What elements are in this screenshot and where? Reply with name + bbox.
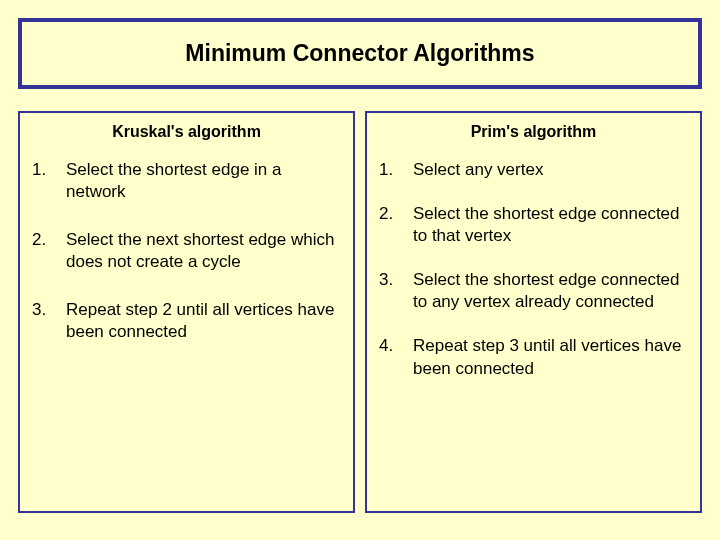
list-item: Select the shortest edge connected to an… [379,269,688,313]
left-heading: Kruskal's algorithm [32,123,341,141]
list-item: Select the shortest edge in a network [32,159,341,203]
list-item: Repeat step 3 until all vertices have be… [379,335,688,379]
title-box: Minimum Connector Algorithms [18,18,702,89]
right-heading: Prim's algorithm [379,123,688,141]
list-item: Select any vertex [379,159,688,181]
step-text: Select the next shortest edge which does… [66,229,341,273]
slide-title: Minimum Connector Algorithms [32,40,688,67]
step-text: Repeat step 3 until all vertices have be… [413,335,688,379]
columns: Kruskal's algorithm Select the shortest … [18,111,702,513]
step-text: Select any vertex [413,159,688,181]
right-steps: Select any vertex Select the shortest ed… [379,159,688,380]
left-steps: Select the shortest edge in a network Se… [32,159,341,344]
step-text: Repeat step 2 until all vertices have be… [66,299,341,343]
list-item: Repeat step 2 until all vertices have be… [32,299,341,343]
left-column: Kruskal's algorithm Select the shortest … [18,111,355,513]
step-text: Select the shortest edge in a network [66,159,341,203]
list-item: Select the next shortest edge which does… [32,229,341,273]
right-column: Prim's algorithm Select any vertex Selec… [365,111,702,513]
list-item: Select the shortest edge connected to th… [379,203,688,247]
step-text: Select the shortest edge connected to th… [413,203,688,247]
step-text: Select the shortest edge connected to an… [413,269,688,313]
